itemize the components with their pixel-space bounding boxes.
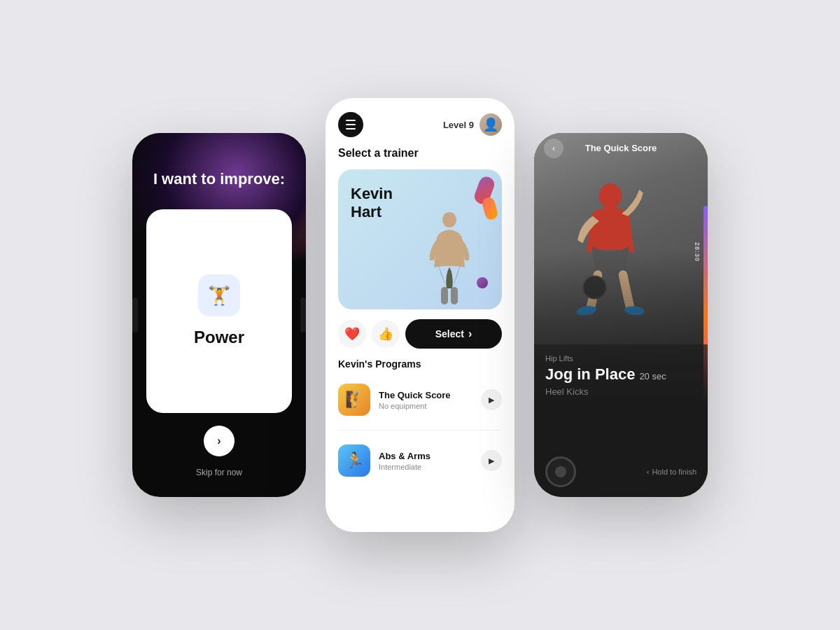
phone1-side-notch-left	[132, 298, 138, 332]
menu-line1	[346, 120, 356, 121]
svg-point-0	[442, 212, 456, 227]
hold-finish-label: Hold to finish	[652, 468, 696, 476]
phone3-workout-title: The Quick Score	[585, 143, 657, 153]
phone1-power-label: Power	[194, 328, 244, 347]
level-label: Level 9	[443, 120, 474, 130]
user-avatar[interactable]: 👤	[479, 113, 502, 136]
trainer-card[interactable]: Kevin Hart	[338, 169, 502, 309]
trainer-figure	[418, 197, 481, 309]
phone2-screen: Level 9 👤 Select a trainer Kevin Hart	[326, 98, 514, 532]
phone1-screen: I want to improve: 🏋️ Power › Skip for n…	[132, 133, 306, 497]
phone3-screen: 28:30 ‹ The Quick Score Hip Lifts Jog in…	[534, 133, 708, 497]
program-sub-2: Intermediate	[379, 463, 472, 471]
select-label: Select	[435, 328, 464, 340]
phone1-selection-card: 🏋️ Power	[146, 209, 292, 413]
svg-rect-2	[451, 287, 458, 304]
menu-line2	[346, 124, 356, 125]
prev-exercise-label: Hip Lifts	[545, 354, 696, 363]
menu-line3	[346, 128, 356, 130]
program-thumb-2: 🏃	[338, 444, 370, 477]
record-button[interactable]	[545, 456, 576, 487]
avatar-placeholder: 👤	[483, 117, 498, 132]
back-icon: ‹	[552, 144, 555, 153]
current-exercise-duration: 20 sec	[639, 371, 666, 382]
record-button-inner	[555, 466, 566, 477]
program-play-2[interactable]: ▶	[481, 450, 502, 471]
phone3-controls: ‹ Hold to finish	[545, 456, 696, 487]
phone1-bottom-actions: › Skip for now	[146, 426, 292, 477]
phone3-image-overlay	[534, 133, 708, 370]
phone1-exercise-icon: 🏋️	[198, 274, 240, 316]
program-thumb-1: 🧗	[338, 384, 370, 416]
phone3-timer: 28:30	[694, 242, 701, 262]
menu-button[interactable]	[338, 112, 363, 137]
current-exercise-row: Jog in Place 20 sec	[545, 365, 696, 384]
phone1-side-notch-right	[300, 298, 306, 332]
program-name-1: The Quick Score	[379, 390, 472, 400]
thumbs-button[interactable]: 👍	[372, 320, 400, 348]
trainer-name: Kevin Hart	[351, 185, 393, 222]
program-info-1: The Quick Score No equipment	[379, 390, 472, 410]
program-item-1[interactable]: 🧗 The Quick Score No equipment ▶	[338, 379, 502, 420]
heart-icon: ❤️	[344, 326, 360, 342]
current-exercise-name: Jog in Place	[545, 365, 635, 384]
phone1-content: I want to improve: 🏋️ Power › Skip for n…	[132, 133, 306, 497]
program-play-1[interactable]: ▶	[481, 389, 502, 410]
phone3-bottom-panel: Hip Lifts Jog in Place 20 sec Heel Kicks…	[534, 344, 708, 497]
program-sub-1: No equipment	[379, 402, 472, 410]
programs-title: Kevin's Programs	[338, 358, 502, 370]
trainer-actions: ❤️ 👍 Select ›	[338, 319, 502, 349]
select-trainer-title: Select a trainer	[338, 147, 502, 160]
phone2-header: Level 9 👤	[338, 112, 502, 137]
phone1-skip-label[interactable]: Skip for now	[196, 468, 242, 477]
program-name-2: Abs & Arms	[379, 451, 472, 461]
hold-finish-area[interactable]: ‹ Hold to finish	[647, 468, 696, 476]
thumbs-icon: 👍	[378, 326, 393, 342]
select-arrow-icon: ›	[468, 328, 472, 340]
phone2-content: Level 9 👤 Select a trainer Kevin Hart	[326, 98, 514, 532]
heart-button[interactable]: ❤️	[338, 320, 366, 348]
chevron-left-icon: ‹	[647, 468, 650, 476]
fitness-icon: 🏋️	[208, 285, 230, 307]
select-button[interactable]: Select ›	[405, 319, 502, 349]
svg-rect-1	[441, 287, 448, 304]
program-divider	[338, 430, 502, 430]
blob-decoration-2	[481, 196, 499, 221]
level-section: Level 9 👤	[443, 113, 502, 136]
program-info-2: Abs & Arms Intermediate	[379, 451, 472, 471]
program-item-2[interactable]: 🏃 Abs & Arms Intermediate ▶	[338, 440, 502, 481]
phone1-title: I want to improve:	[153, 169, 285, 190]
phone3-back-button[interactable]: ‹	[544, 139, 564, 158]
phone1-next-button[interactable]: ›	[204, 426, 234, 456]
next-exercise-label: Heel Kicks	[545, 386, 696, 397]
phone3-header: ‹ The Quick Score	[534, 143, 708, 153]
